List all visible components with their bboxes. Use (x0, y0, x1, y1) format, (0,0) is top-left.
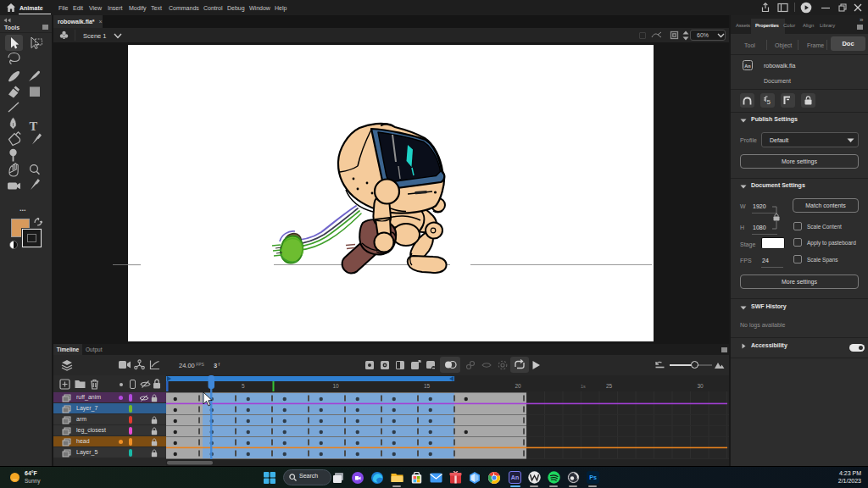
svg-text:1s: 1s (581, 384, 586, 389)
svg-text:...: ... (19, 204, 26, 213)
svg-text:30: 30 (698, 383, 704, 389)
svg-text:15: 15 (424, 383, 431, 389)
svg-text:10: 10 (333, 383, 340, 389)
svg-text:5: 5 (767, 98, 771, 105)
svg-text:25: 25 (606, 383, 613, 389)
svg-text:20: 20 (515, 383, 522, 389)
svg-text:T: T (30, 119, 38, 133)
svg-text:5: 5 (242, 383, 245, 389)
